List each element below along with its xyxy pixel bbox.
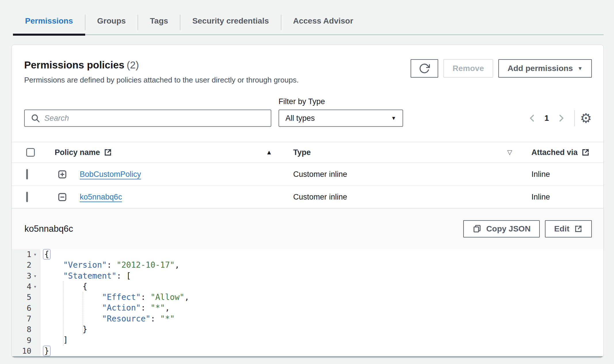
tab-tags[interactable]: Tags	[138, 10, 180, 35]
code-line: {	[41, 249, 603, 260]
current-page-number: 1	[544, 114, 549, 123]
policy-type-cell: Customer inline	[281, 193, 519, 202]
sort-descending-icon: ▽	[507, 149, 512, 156]
table-body: BobCustomPolicyCustomer inlineInlineko5n…	[12, 163, 603, 208]
gear-icon[interactable]: ⚙	[580, 112, 592, 125]
policy-json-editor: 1▾23▾4▾5678910 { "Version": "2012-10-17"…	[12, 249, 603, 357]
filter-type-label: Filter by Type	[279, 97, 403, 106]
caret-down-icon: ▼	[391, 116, 396, 121]
external-link-icon	[104, 148, 112, 157]
tab-bar: PermissionsGroupsTagsSecurity credential…	[13, 0, 604, 35]
filter-row: Filter by Type All types ▼ 1 ⚙	[12, 85, 603, 127]
table-row: ko5nnabq6cCustomer inlineInline	[12, 185, 603, 208]
policy-name-header-label: Policy name	[55, 148, 100, 157]
pagination: 1 ⚙	[526, 110, 592, 127]
copy-json-label: Copy JSON	[486, 224, 531, 233]
card-header: Permissions policies(2) Permissions are …	[12, 45, 603, 85]
external-link-icon	[581, 148, 590, 157]
add-permissions-button[interactable]: Add permissions ▼	[498, 59, 592, 78]
gutter-line: 2	[12, 260, 41, 270]
tab-permissions[interactable]: Permissions	[13, 10, 85, 35]
row-checkbox[interactable]	[26, 192, 28, 202]
search-input[interactable]	[44, 110, 271, 126]
policy-detail-title: ko5nnabq6c	[24, 224, 73, 234]
code-line: "Action": "*",	[41, 302, 603, 313]
title-block: Permissions policies(2) Permissions are …	[24, 59, 299, 85]
gutter-line: 6	[12, 302, 41, 313]
tab-access-advisor[interactable]: Access Advisor	[281, 10, 365, 35]
gutter-line: 3▾	[12, 271, 41, 281]
edit-label: Edit	[554, 224, 569, 233]
external-link-icon	[574, 225, 583, 233]
code-line: {	[41, 281, 603, 292]
add-permissions-label: Add permissions	[508, 64, 573, 73]
line-number: 7	[27, 314, 31, 323]
column-header-type[interactable]: Type ▽	[281, 142, 519, 162]
fold-toggle-icon[interactable]: ▾	[31, 251, 39, 257]
fold-toggle-icon[interactable]: ▾	[31, 283, 39, 290]
attached-via-header-label: Attached via	[531, 148, 578, 157]
caret-down-icon: ▼	[577, 66, 583, 71]
previous-page-button[interactable]	[526, 110, 539, 127]
gutter-line: 1▾	[12, 249, 41, 260]
table-header-row: Policy name ▲ Type ▽ Attached via	[12, 142, 603, 163]
row-checkbox[interactable]	[26, 169, 28, 179]
policy-detail-header: ko5nnabq6c Copy JSON Edit	[12, 209, 603, 249]
refresh-button[interactable]	[411, 59, 438, 78]
line-number: 9	[27, 336, 31, 345]
line-number: 5	[27, 293, 31, 302]
search-icon	[30, 113, 40, 123]
filter-group: Filter by Type All types ▼	[279, 97, 403, 127]
policy-type-cell: Customer inline	[281, 170, 519, 179]
editor-gutter: 1▾23▾4▾5678910	[12, 249, 41, 356]
line-number: 8	[27, 325, 31, 334]
panel-description: Permissions are defined by policies atta…	[24, 75, 299, 85]
type-filter-value: All types	[285, 114, 315, 123]
tab-groups[interactable]: Groups	[85, 10, 138, 35]
search-box	[24, 110, 271, 127]
gutter-line: 7	[12, 313, 41, 324]
expand-plus-icon[interactable]	[58, 170, 67, 179]
table-header-checkbox-cell	[12, 142, 43, 162]
chevron-right-icon	[557, 113, 565, 123]
line-number: 3	[27, 271, 31, 280]
column-header-attached-via[interactable]: Attached via	[519, 142, 604, 162]
type-header-label: Type	[293, 148, 311, 157]
policy-name-link[interactable]: ko5nnabq6c	[80, 193, 122, 201]
select-all-checkbox[interactable]	[26, 148, 35, 157]
page-title: Permissions policies(2)	[24, 59, 299, 71]
panel-title-text: Permissions policies	[24, 59, 124, 70]
gutter-line: 9	[12, 335, 41, 345]
edit-button[interactable]: Edit	[545, 220, 592, 237]
tab-security-credentials[interactable]: Security credentials	[180, 10, 281, 35]
attached-via-cell: Inline	[519, 170, 604, 179]
iam-user-permissions-page: PermissionsGroupsTagsSecurity credential…	[0, 0, 614, 364]
attached-via-cell: Inline	[519, 193, 604, 202]
indent-guide	[83, 292, 83, 335]
code-line: ]	[41, 335, 603, 345]
line-number: 10	[22, 346, 31, 355]
table-row: BobCustomPolicyCustomer inlineInline	[12, 163, 603, 185]
column-header-policy-name[interactable]: Policy name ▲	[43, 142, 281, 162]
gutter-line: 5	[12, 292, 41, 302]
editor-code-area: { "Version": "2012-10-17", "Statement": …	[41, 249, 603, 356]
code-line: }	[41, 324, 603, 335]
pagination-divider	[574, 110, 575, 126]
fold-toggle-icon[interactable]: ▾	[31, 273, 39, 279]
gutter-line: 10	[12, 346, 41, 356]
remove-button[interactable]: Remove	[443, 59, 493, 78]
line-number: 1	[27, 250, 31, 259]
header-actions: Remove Add permissions ▼	[411, 59, 592, 85]
code-line: }	[41, 346, 603, 356]
copy-icon	[472, 224, 482, 233]
type-filter-select[interactable]: All types ▼	[279, 110, 403, 127]
next-page-button[interactable]	[555, 110, 567, 127]
copy-json-button[interactable]: Copy JSON	[463, 220, 540, 237]
chevron-left-icon	[528, 113, 537, 123]
indent-guide	[63, 281, 64, 346]
permissions-policies-card: Permissions policies(2) Permissions are …	[12, 45, 604, 358]
policies-table: Policy name ▲ Type ▽ Attached via	[12, 142, 603, 208]
collapse-minus-icon[interactable]	[58, 193, 67, 202]
line-number: 6	[27, 304, 31, 313]
policy-name-link[interactable]: BobCustomPolicy	[80, 170, 141, 179]
